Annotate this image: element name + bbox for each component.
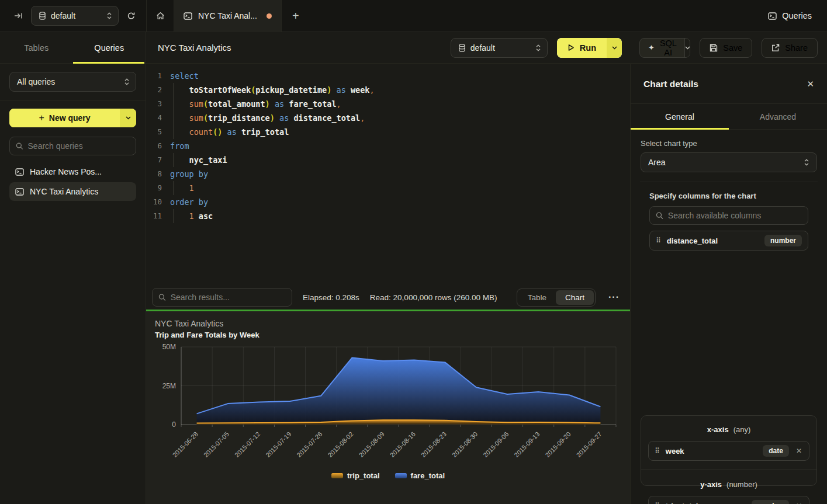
line-number: 3 [146, 97, 169, 111]
query-list-item[interactable]: Hacker News Pos... [9, 162, 136, 181]
query-tab-nyc-taxi[interactable]: NYC Taxi Anal... [174, 0, 282, 32]
queries-filter-value: All queries [17, 77, 55, 86]
run-button[interactable]: Run [557, 38, 622, 58]
column-pill-trip_total[interactable]: ⠿trip_totalnumber✕ [648, 496, 809, 504]
y-axis-hint: (number) [726, 480, 757, 489]
column-name: trip_total [666, 502, 698, 504]
refresh-icon [127, 12, 136, 20]
new-query-dropdown[interactable] [120, 109, 136, 127]
terminal-icon [15, 168, 24, 176]
svg-text:2015-06-28: 2015-06-28 [171, 430, 199, 458]
code-line[interactable]: 1select [146, 69, 630, 83]
code-line[interactable]: 8group by [146, 167, 630, 181]
sparkle-icon: ✦ [648, 43, 655, 52]
y-axis-title: y-axis [700, 480, 722, 489]
area-chart[interactable]: 025M50M2015-06-282015-07-052015-07-12201… [146, 340, 630, 478]
svg-text:2015-09-20: 2015-09-20 [544, 430, 572, 458]
drag-handle-icon[interactable]: ⠿ [656, 237, 661, 245]
sql-ai-dropdown[interactable] [684, 39, 690, 57]
read-stat: Read: 20,000,000 rows (260.00 MB) [370, 293, 497, 302]
sql-editor[interactable]: 1select2 toStartOfWeek(pickup_datetime) … [146, 64, 630, 285]
share-icon [771, 44, 780, 52]
code-line[interactable]: 11 1 asc [146, 209, 630, 223]
sidebar-tab-queries[interactable]: Queries [73, 32, 146, 63]
legend-swatch [395, 473, 407, 478]
svg-text:0: 0 [172, 420, 176, 429]
svg-text:25M: 25M [162, 382, 176, 390]
legend-item-fare_total[interactable]: fare_total [395, 471, 445, 480]
queries-panel-button[interactable]: Queries [768, 11, 812, 20]
refresh-button[interactable] [124, 9, 138, 23]
axes-card: x-axis(any) ⠿weekdate✕ y-axis(number) ⠿t… [641, 415, 817, 486]
sql-ai-button[interactable]: ✦ SQL AI [639, 38, 690, 58]
chart-details-title: Chart details [643, 79, 698, 89]
column-pill-week[interactable]: ⠿weekdate✕ [648, 441, 809, 461]
close-icon: ✕ [807, 79, 814, 89]
chart-type-value: Area [648, 158, 666, 167]
home-tab[interactable] [146, 0, 174, 32]
view-tab-chart[interactable]: Chart [556, 290, 594, 305]
close-button[interactable]: ✕ [807, 79, 814, 89]
results-more-button[interactable]: ··· [606, 291, 622, 304]
run-database-selector[interactable]: default [451, 38, 548, 58]
save-button[interactable]: Save [700, 38, 752, 58]
tabstrip: NYC Taxi Anal... + [146, 0, 310, 32]
database-icon [39, 12, 46, 20]
code-line[interactable]: 7 nyc_taxi [146, 153, 630, 167]
code-text: group by [169, 167, 208, 181]
share-button[interactable]: Share [762, 38, 818, 58]
new-tab-button[interactable]: + [282, 0, 310, 32]
line-number: 8 [146, 167, 169, 181]
y-axis-columns: ⠿trip_totalnumber✕⠿fare_totalnumber✕ [648, 496, 809, 504]
database-selector[interactable]: default [31, 6, 119, 26]
terminal-icon [184, 12, 192, 20]
view-tab-table[interactable]: Table [518, 290, 556, 305]
code-line[interactable]: 2 toStartOfWeek(pickup_datetime) as week… [146, 83, 630, 97]
code-line[interactable]: 6from [146, 139, 630, 153]
code-text: from [169, 139, 189, 153]
svg-text:2015-07-26: 2015-07-26 [295, 430, 323, 458]
svg-text:2015-08-16: 2015-08-16 [389, 430, 417, 458]
sidebar-tabs: Tables Queries [0, 32, 146, 64]
column-pill-distance_total[interactable]: ⠿distance_totalnumber [649, 231, 808, 251]
column-type-badge: number [764, 235, 802, 246]
columns-search-input[interactable] [668, 211, 802, 220]
drag-handle-icon[interactable]: ⠿ [655, 502, 660, 504]
code-text: sum(total_amount) as fare_total, [169, 97, 341, 111]
divider [640, 182, 818, 182]
tab-general[interactable]: General [631, 104, 729, 129]
new-query-label: New query [49, 113, 91, 123]
column-name: week [666, 447, 684, 456]
new-query-button[interactable]: +New query [9, 109, 136, 127]
query-tab-label: NYC Taxi Anal... [198, 11, 257, 20]
query-list-item[interactable]: NYC Taxi Analytics [9, 182, 136, 201]
legend-item-trip_total[interactable]: trip_total [331, 471, 380, 480]
code-line[interactable]: 4 sum(trip_distance) as distance_total, [146, 111, 630, 125]
queries-filter-select[interactable]: All queries [9, 72, 136, 92]
sidebar-tab-tables[interactable]: Tables [0, 32, 73, 63]
run-options-dropdown[interactable] [607, 38, 622, 58]
legend-label: trip_total [347, 471, 380, 480]
save-label: Save [723, 43, 742, 53]
column-type-badge: number [752, 500, 789, 504]
code-line[interactable]: 3 sum(total_amount) as fare_total, [146, 97, 630, 111]
queries-panel-label: Queries [782, 11, 812, 20]
chart-type-select[interactable]: Area [641, 152, 817, 172]
share-label: Share [785, 43, 808, 53]
plus-icon: + [39, 113, 44, 123]
code-line[interactable]: 5 count() as trip_total [146, 125, 630, 139]
results-search-input[interactable] [171, 293, 286, 302]
remove-column-button[interactable]: ✕ [795, 447, 803, 455]
code-line[interactable]: 9 1 [146, 181, 630, 195]
drag-handle-icon[interactable]: ⠿ [655, 447, 660, 455]
remove-column-button[interactable]: ✕ [795, 502, 803, 504]
code-line[interactable]: 10order by [146, 195, 630, 209]
topbar-right: Queries [768, 11, 827, 20]
query-toolbar: default Run [451, 38, 622, 58]
query-search-input[interactable] [28, 141, 130, 151]
query-item-label: NYC Taxi Analytics [30, 187, 98, 196]
tab-advanced[interactable]: Advanced [729, 104, 827, 129]
query-header: NYC Taxi Analytics default Run [146, 32, 630, 64]
collapse-sidebar-button[interactable] [12, 9, 25, 22]
legend-swatch [331, 473, 343, 478]
